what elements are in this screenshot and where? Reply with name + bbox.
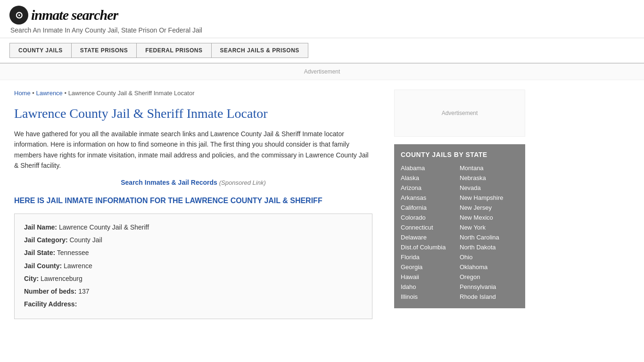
state-link[interactable]: Ohio <box>460 252 519 262</box>
breadcrumb-sep2: • <box>63 90 68 97</box>
sponsored-link[interactable]: Search Inmates & Jail Records <box>121 179 217 186</box>
breadcrumb-home[interactable]: Home <box>14 90 31 97</box>
page-title: Lawrence County Jail & Sheriff Inmate Lo… <box>14 106 372 121</box>
nav-search-jails[interactable]: SEARCH JAILS & PRISONS <box>211 43 308 58</box>
state-link[interactable]: North Carolina <box>460 232 519 242</box>
state-link[interactable]: Dist.of Columbia <box>401 242 460 252</box>
state-link[interactable]: Oklahoma <box>460 262 519 272</box>
sponsored-tag: (Sponsored Link) <box>219 179 266 186</box>
state-link[interactable]: Pennsylvania <box>460 282 519 292</box>
state-link[interactable]: New Hampshire <box>460 193 519 203</box>
state-link[interactable]: Connecticut <box>401 222 460 232</box>
beds-value-text: 137 <box>78 288 89 295</box>
logo-text-span: inmate searcher <box>31 7 118 23</box>
nav-state-prisons[interactable]: STATE PRISONS <box>71 43 137 58</box>
info-beds-row: Number of beds: 137 <box>24 286 363 297</box>
state-link[interactable]: Arizona <box>401 183 460 193</box>
state-link[interactable]: North Dakota <box>460 242 519 252</box>
state-link[interactable]: Georgia <box>401 262 460 272</box>
info-jail-category-row: Jail Category: County Jail <box>24 234 363 246</box>
state-link[interactable]: Hawaii <box>401 272 460 282</box>
breadcrumb-sep1: • <box>31 90 36 97</box>
section-heading: HERE IS JAIL INMATE INFORMATION FOR THE … <box>14 196 372 206</box>
main-layout: Home • Lawrence • Lawrence County Jail &… <box>0 80 644 329</box>
logo-text: inmate searcher <box>31 7 118 23</box>
state-link[interactable]: New York <box>460 222 519 232</box>
jail-state-value-text: Tennessee <box>57 249 89 256</box>
jail-category-label: Jail Category: <box>24 236 68 244</box>
header: ⊙ inmate searcher Search An Inmate In An… <box>0 0 644 38</box>
nav-county-jails[interactable]: COUNTY JAILS <box>9 43 72 58</box>
info-address-row: Facility Address: <box>24 298 363 310</box>
logo-area: ⊙ inmate searcher <box>9 6 635 25</box>
state-link[interactable]: Nevada <box>460 183 519 193</box>
state-link[interactable]: Montana <box>460 163 519 173</box>
jail-name-value-text: Lawrence County Jail & Sheriff <box>59 223 149 231</box>
state-link[interactable]: Delaware <box>401 232 460 242</box>
info-jail-county-row: Jail County: Lawrence <box>24 260 363 272</box>
state-link[interactable]: New Jersey <box>460 203 519 213</box>
sidebar-ad: Advertisement <box>394 90 525 137</box>
info-city-row: City: Lawrenceburg <box>24 273 363 285</box>
state-link[interactable]: Colorado <box>401 213 460 222</box>
jail-state-label: Jail State: <box>24 249 55 256</box>
states-grid: AlabamaAlaskaArizonaArkansasCaliforniaCo… <box>401 163 519 302</box>
states-col1: AlabamaAlaskaArizonaArkansasCaliforniaCo… <box>401 163 460 302</box>
info-jail-state-row: Jail State: Tennessee <box>24 247 363 259</box>
beds-label: Number of beds: <box>24 288 76 295</box>
logo-icon: ⊙ <box>9 6 28 25</box>
info-jail-name-row: Jail Name: Lawrence County Jail & Sherif… <box>24 222 363 233</box>
state-link[interactable]: California <box>401 203 460 213</box>
ad-banner: Advertisement <box>0 64 644 80</box>
nav-federal-prisons[interactable]: FEDERAL PRISONS <box>136 43 211 58</box>
breadcrumb-current: Lawrence County Jail & Sheriff Inmate Lo… <box>68 90 195 97</box>
state-link[interactable]: Alaska <box>401 173 460 183</box>
state-link[interactable]: Idaho <box>401 282 460 292</box>
jail-county-value-text: Lawrence <box>64 262 92 270</box>
jail-category-value-text: County Jail <box>69 236 102 244</box>
nav-bar: COUNTY JAILS STATE PRISONS FEDERAL PRISO… <box>0 38 644 64</box>
city-value-text: Lawrenceburg <box>41 275 83 282</box>
state-link[interactable]: Florida <box>401 252 460 262</box>
state-link[interactable]: Arkansas <box>401 193 460 203</box>
state-link[interactable]: Nebraska <box>460 173 519 183</box>
jail-name-label: Jail Name: <box>24 223 57 231</box>
body-text: We have gathered for you all the availab… <box>14 129 372 171</box>
county-jails-box: COUNTY JAILS BY STATE AlabamaAlaskaArizo… <box>394 144 525 308</box>
state-link[interactable]: New Mexico <box>460 213 519 222</box>
sidebar: Advertisement COUNTY JAILS BY STATE Alab… <box>387 80 533 329</box>
sponsored-link-area: Search Inmates & Jail Records (Sponsored… <box>14 179 372 186</box>
address-label: Facility Address: <box>24 300 77 308</box>
states-col2: MontanaNebraskaNevadaNew HampshireNew Je… <box>460 163 519 302</box>
content-area: Home • Lawrence • Lawrence County Jail &… <box>0 80 387 329</box>
info-box: Jail Name: Lawrence County Jail & Sherif… <box>14 214 372 319</box>
state-link[interactable]: Rhode Island <box>460 292 519 302</box>
state-link[interactable]: Illinois <box>401 292 460 302</box>
jail-county-label: Jail County: <box>24 262 62 270</box>
tagline: Search An Inmate In Any County Jail, Sta… <box>10 26 635 34</box>
state-link[interactable]: Alabama <box>401 163 460 173</box>
breadcrumb-lawrence[interactable]: Lawrence <box>36 90 62 97</box>
county-jails-title: COUNTY JAILS BY STATE <box>401 151 519 158</box>
city-label: City: <box>24 275 39 282</box>
breadcrumb: Home • Lawrence • Lawrence County Jail &… <box>14 90 372 97</box>
state-link[interactable]: Oregon <box>460 272 519 282</box>
